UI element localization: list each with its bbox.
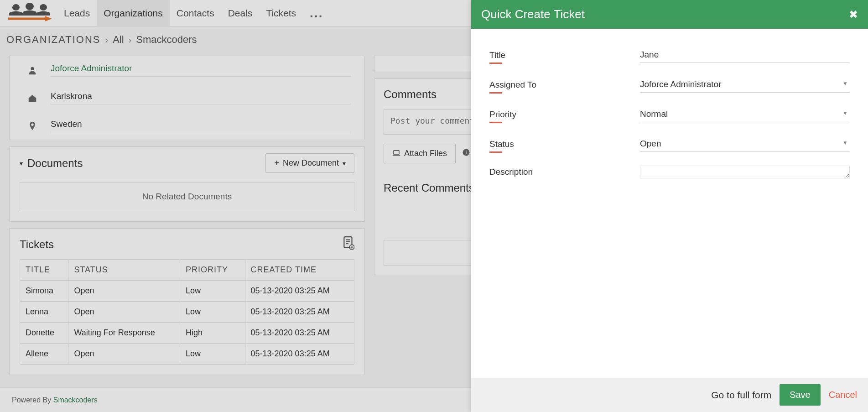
- assigned-to-label: Assigned To: [489, 80, 640, 90]
- status-value: Open: [640, 136, 850, 151]
- caret-down-icon: ▼: [842, 110, 848, 116]
- save-button[interactable]: Save: [780, 384, 821, 406]
- title-field[interactable]: [640, 47, 850, 63]
- drawer-header: Quick Create Ticket ✖: [471, 0, 868, 29]
- go-to-full-form-link[interactable]: Go to full form: [711, 390, 771, 401]
- priority-value: Normal: [640, 106, 850, 122]
- drawer-footer: Go to full form Save Cancel: [471, 378, 868, 412]
- caret-down-icon: ▼: [842, 140, 848, 146]
- assigned-to-value: Joforce Administrator: [640, 77, 850, 92]
- cancel-link[interactable]: Cancel: [829, 390, 857, 400]
- status-select[interactable]: Open ▼: [640, 136, 850, 152]
- description-field[interactable]: [640, 166, 850, 178]
- title-label: Title: [489, 50, 640, 60]
- caret-down-icon: ▼: [842, 80, 848, 87]
- priority-label: Priority: [489, 110, 640, 120]
- assigned-to-select[interactable]: Joforce Administrator ▼: [640, 77, 850, 93]
- drawer-body: Title Assigned To Joforce Administrator …: [471, 29, 868, 378]
- close-icon[interactable]: ✖: [849, 8, 858, 21]
- quick-create-drawer: Quick Create Ticket ✖ Title Assigned To …: [471, 0, 868, 412]
- drawer-title: Quick Create Ticket: [481, 7, 585, 21]
- description-label: Description: [489, 167, 640, 177]
- status-label: Status: [489, 139, 640, 149]
- priority-select[interactable]: Normal ▼: [640, 106, 850, 122]
